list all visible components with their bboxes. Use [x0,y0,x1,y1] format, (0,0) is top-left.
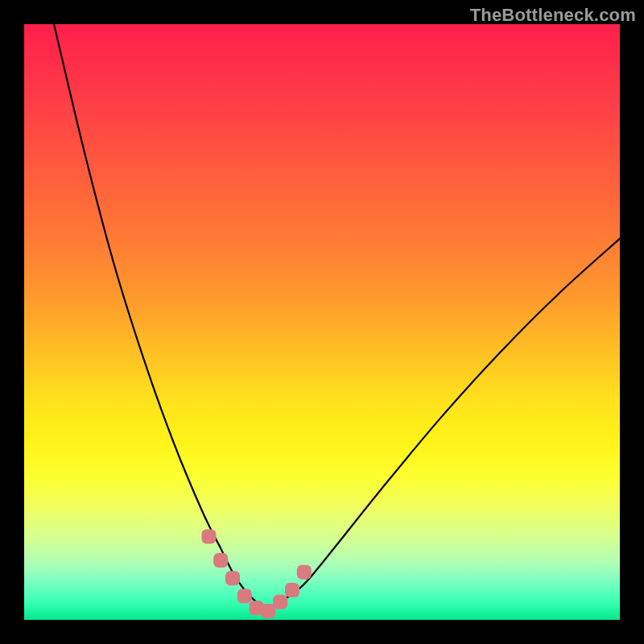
marker-point [285,583,299,597]
marker-point [213,553,228,568]
watermark-text: TheBottleneck.com [470,5,636,26]
marker-point [273,595,287,609]
bottleneck-curve [54,24,620,608]
marker-point [201,529,216,543]
marker-point [297,565,312,580]
chart-svg [24,24,620,620]
marker-point [225,571,240,585]
plot-area [24,24,620,620]
marker-point [237,588,252,603]
chart-frame: TheBottleneck.com [0,0,644,644]
